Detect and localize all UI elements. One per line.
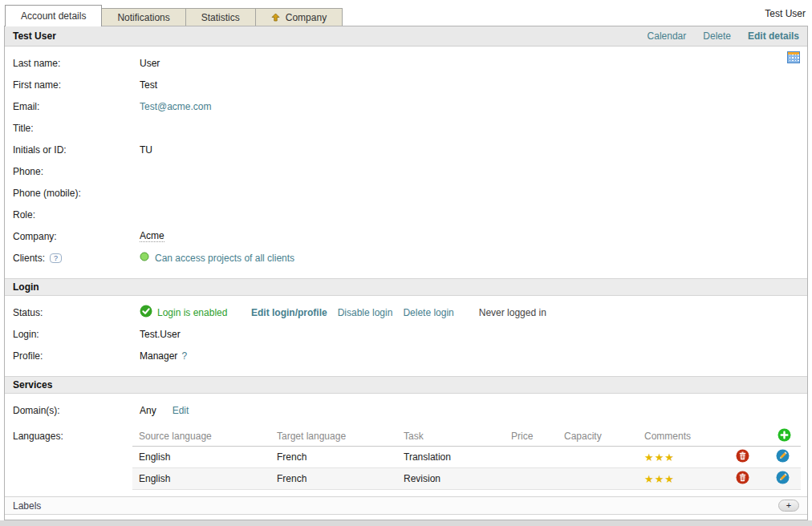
tab-label: Statistics [201, 12, 240, 23]
trash-icon [736, 449, 749, 465]
labels-bar: Labels + [5, 496, 807, 515]
field-label-text: Email: [13, 101, 39, 112]
edit-details-link[interactable]: Edit details [748, 30, 799, 42]
field-label-text: Title: [13, 123, 34, 134]
edit-language-button[interactable] [776, 449, 790, 465]
delete-login-link[interactable]: Delete login [403, 307, 453, 318]
page-bottom-strip [0, 520, 812, 526]
never-logged-in-note: Never logged in [479, 307, 546, 318]
cell-comments: ★★★ [638, 451, 729, 463]
clients-access-status: Can access projects of all clients [140, 252, 294, 264]
calendar-grid-icon [787, 51, 800, 63]
field-label: Initials or ID: [13, 144, 140, 156]
field-row-last-name: Last name:User [5, 52, 807, 74]
tab-statistics[interactable]: Statistics [185, 8, 256, 26]
account-fields: Last name:UserFirst name:TestEmail:Test@… [5, 47, 807, 269]
row-actions-cell [729, 471, 801, 487]
login-label: Login: [13, 329, 140, 340]
login-row: Login: Test.User [5, 323, 807, 345]
current-user-label: Test User [765, 8, 806, 19]
field-row-phone: Phone: [5, 160, 807, 182]
field-row-phone-mobile: Phone (mobile): [5, 182, 807, 204]
login-section-header: Login [5, 278, 807, 296]
cell-source: English [132, 451, 270, 463]
column-header-capacity: Capacity [558, 431, 638, 442]
domains-label: Domain(s): [13, 405, 140, 416]
tab-company[interactable]: Company [255, 8, 343, 26]
rating-stars: ★★★ [644, 473, 675, 485]
panel-header: Test User Calendar Delete Edit details [5, 26, 807, 47]
login-status: Login is enabled [140, 305, 251, 320]
login-value: Test.User [140, 329, 181, 340]
field-label: Title: [13, 123, 140, 134]
field-label-text: Phone (mobile): [13, 188, 81, 199]
edit-language-button[interactable] [776, 471, 790, 487]
disable-login-link[interactable]: Disable login [338, 307, 393, 318]
tab-label: Company [286, 12, 327, 23]
field-label: Last name: [13, 58, 140, 69]
field-label: Email: [13, 101, 140, 112]
profile-row: Profile: Manager ? [5, 345, 807, 366]
field-label-text: Clients: [13, 253, 45, 264]
tab-account-details[interactable]: Account details [5, 5, 102, 26]
main-panel: Test User Calendar Delete Edit details L… [4, 26, 808, 520]
edit-login-profile-link[interactable]: Edit login/profile [251, 307, 327, 318]
delete-language-button[interactable] [736, 471, 749, 487]
tab-notifications[interactable]: Notifications [101, 8, 185, 26]
status-label: Status: [13, 307, 140, 318]
field-label-text: Last name: [13, 58, 60, 69]
panel-title: Test User [13, 30, 56, 42]
column-header-task: Task [397, 431, 505, 442]
field-label-text: First name: [13, 79, 61, 91]
trash-icon [736, 471, 749, 487]
delete-user-link[interactable]: Delete [703, 30, 731, 42]
column-header-price: Price [505, 431, 558, 442]
field-row-initials-or-id: Initials or ID:TU [5, 139, 807, 160]
field-label: Phone: [13, 166, 140, 177]
add-language-button[interactable] [777, 428, 791, 444]
login-rows: Status: Login is enabled Edit login/prof… [5, 296, 807, 366]
top-bar: Account detailsNotificationsStatisticsCo… [0, 0, 812, 26]
cell-task: Translation [397, 451, 505, 463]
field-value: TU [140, 144, 152, 156]
column-header-source-language: Source language [132, 431, 270, 442]
delete-language-button[interactable] [736, 449, 749, 465]
domains-row: Domain(s): Any Edit [5, 399, 807, 421]
status-row: Status: Login is enabled Edit login/prof… [5, 301, 807, 323]
field-label: Phone (mobile): [13, 188, 140, 199]
add-label-button[interactable]: + [778, 500, 799, 512]
help-bubble-icon[interactable]: ? [50, 253, 62, 263]
page: Account detailsNotificationsStatisticsCo… [0, 0, 812, 526]
cell-target: French [270, 473, 397, 484]
language-row: EnglishFrenchTranslation★★★ [132, 447, 801, 468]
languages-block: Languages: Source languageTarget languag… [5, 426, 807, 490]
labels-title: Labels [13, 500, 41, 512]
profile-label: Profile: [13, 350, 140, 362]
pencil-icon [776, 471, 790, 487]
field-label: First name: [13, 79, 140, 91]
plus-glyph: + [786, 501, 791, 510]
field-row-role: Role: [5, 204, 807, 225]
field-row-title: Title: [5, 117, 807, 139]
account-details-content: Last name:UserFirst name:TestEmail:Test@… [5, 47, 807, 519]
cell-target: French [270, 451, 397, 463]
services-section-header: Services [5, 376, 807, 394]
field-label-text: Company: [13, 231, 57, 242]
calendar-icon[interactable] [787, 51, 800, 63]
edit-domains-link[interactable]: Edit [173, 405, 189, 416]
field-row-first-name: First name:Test [5, 74, 807, 95]
field-label-text: Role: [13, 209, 35, 221]
languages-table: Source languageTarget languageTaskPriceC… [132, 426, 801, 490]
green-dot-icon [140, 252, 149, 264]
pencil-icon [776, 449, 790, 465]
domains-value: Any [140, 405, 156, 416]
cell-comments: ★★★ [638, 473, 729, 485]
email-link[interactable]: Test@acme.com [140, 101, 212, 112]
column-header-target-language: Target language [270, 431, 397, 442]
clients-access-text: Can access projects of all clients [155, 253, 294, 264]
languages-table-header: Source languageTarget languageTaskPriceC… [132, 426, 801, 447]
profile-help-link[interactable]: ? [181, 350, 187, 362]
check-circle-icon [140, 305, 152, 320]
calendar-link[interactable]: Calendar [648, 30, 687, 42]
field-value: Test [140, 79, 157, 91]
